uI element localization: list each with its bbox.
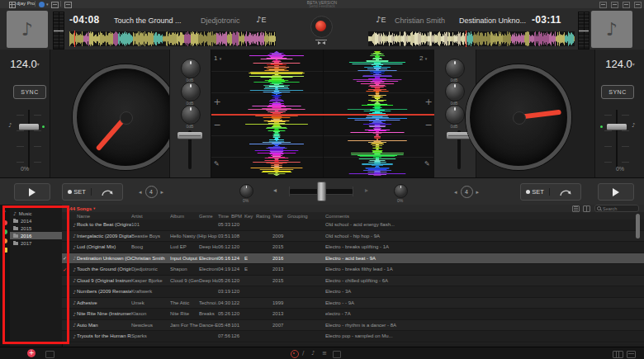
deck-b-pitch-slider[interactable] — [616, 110, 618, 168]
queue-list-icon[interactable]: ≡ — [322, 350, 327, 357]
loop-decrease-arrow[interactable]: ◂ — [139, 189, 142, 196]
table-row[interactable]: ♪Lud (Original Mix)BoogLud EPDeep Ho...0… — [62, 242, 644, 253]
table-row[interactable]: ♪Intergalactic (2009 Digital Remaster) (… — [62, 231, 644, 243]
deck-a-eq-low-knob[interactable] — [181, 105, 201, 125]
column-header-rating[interactable]: Rating — [256, 214, 272, 219]
table-row[interactable]: ♪Numbers (2009 Remastered) - 6AKraftwerk… — [62, 286, 644, 298]
status-icon[interactable] — [623, 2, 630, 8]
deck-a-pitch-slider[interactable] — [28, 110, 30, 168]
deck-b-sync-button[interactable]: SYNC — [601, 85, 634, 99]
column-header-time[interactable]: Time — [218, 214, 231, 219]
column-header-bpm[interactable]: BPM — [231, 214, 244, 219]
launchpad-icon[interactable] — [9, 2, 16, 8]
deck-a-overview-waveform[interactable] — [69, 31, 276, 46]
table-row[interactable]: ♪Nite Rite Nine (Instrumental) (Original… — [62, 309, 644, 320]
deck-a-jog-wheel[interactable] — [73, 64, 178, 170]
yellow-source-icon[interactable] — [2, 248, 7, 253]
column-header-year[interactable]: Year — [272, 214, 287, 219]
status-icon[interactable] — [634, 2, 642, 8]
column-header-name[interactable]: Name — [77, 214, 131, 219]
table-row[interactable]: ✓♪Touch the Ground (Original Mix)Djedjot… — [62, 264, 644, 276]
deck-b-eq-hi-knob[interactable] — [445, 59, 465, 78]
deck-b-zoom-in-button[interactable]: + — [424, 97, 433, 107]
table-row[interactable]: ✓♪Destination Unknown (Original Mix)Chri… — [62, 253, 644, 265]
edit-mode-icon[interactable] — [45, 351, 54, 358]
deck-a-sync-button[interactable]: SYNC — [13, 85, 46, 99]
deck-b-edit-pencil-icon[interactable]: ✎ — [424, 160, 430, 168]
deck-a-number-label[interactable]: 1 ▾ — [214, 54, 221, 62]
music-note-icon[interactable]: ♪ — [311, 350, 315, 357]
deck-a-eq-hi-knob[interactable] — [181, 59, 201, 78]
deck-b-play-button[interactable] — [598, 183, 634, 201]
column-header-comments[interactable]: Comments — [325, 214, 644, 219]
deck-b-eq-low-knob[interactable] — [445, 105, 465, 125]
app-status-icon[interactable] — [39, 2, 45, 7]
column-header-album[interactable]: Album — [170, 214, 199, 219]
column-header-key[interactable]: Key — [244, 214, 256, 219]
music-note-source-icon[interactable]: ♪ — [2, 210, 7, 215]
split-output-icon[interactable]: / — [302, 350, 304, 357]
deck-a-pitch-handle[interactable] — [19, 124, 39, 130]
red-source-icon[interactable] — [2, 220, 7, 225]
table-scrollbar[interactable] — [636, 214, 640, 239]
table-row[interactable]: ♪AdhesiveUmekThe AtticTechnoi...04:30122… — [62, 298, 644, 309]
search-input[interactable]: Search — [594, 205, 639, 212]
sidebar-item-2014[interactable]: 2014 — [10, 217, 62, 224]
sidebar-item-music[interactable]: ♪Music — [10, 210, 62, 217]
deck-b-bpm[interactable]: 124.0▾ — [595, 58, 644, 70]
deck-a-cue-jump-button[interactable] — [92, 187, 122, 196]
keyboard-shortcuts-icon[interactable] — [613, 351, 623, 358]
deck-b-cue-jump-button[interactable] — [550, 187, 580, 196]
sidebar-item-2017[interactable]: 2017 — [10, 239, 62, 247]
column-view-icon[interactable] — [583, 205, 590, 212]
deck-b-pitch-handle[interactable] — [607, 124, 627, 130]
menu-grid-icon[interactable] — [64, 2, 72, 8]
deck-a-fader-handle[interactable] — [178, 132, 202, 139]
crossfade-left-arrow[interactable]: ◂ — [273, 187, 277, 194]
spotify-source-icon[interactable] — [2, 229, 7, 234]
midi-devices-icon[interactable] — [627, 351, 636, 358]
deck-a-bpm[interactable]: 124.0▾ — [0, 58, 50, 70]
loop-increase-arrow[interactable]: ▸ — [161, 189, 164, 196]
deck-b-number-label[interactable]: 2 ▾ — [419, 54, 427, 62]
column-header-artist[interactable]: Artist — [131, 214, 170, 219]
list-view-icon[interactable] — [572, 205, 580, 212]
loop-decrease-arrow[interactable]: ◂ — [454, 189, 457, 196]
add-badge-icon[interactable]: + — [27, 349, 36, 357]
record-button[interactable] — [310, 16, 333, 38]
deck-b-jog-wheel[interactable] — [466, 64, 571, 170]
loop-increase-arrow[interactable]: ▸ — [476, 189, 480, 196]
deck-a-zoom-in-button[interactable]: + — [212, 97, 222, 107]
automix-icon[interactable] — [315, 40, 327, 47]
songs-count[interactable]: 144 Songs — [67, 206, 92, 211]
sidebar-item-2016[interactable]: 2016 — [10, 232, 62, 239]
record-status-icon[interactable] — [291, 350, 299, 358]
deck-a-eq-mid-knob[interactable] — [181, 82, 201, 102]
deck-a-edit-pencil-icon[interactable]: ✎ — [214, 160, 220, 168]
column-header-genre[interactable]: Genre — [199, 214, 218, 219]
table-row[interactable]: ♪Auto ManNewcleusJam For The 90'sDance-E… — [62, 320, 644, 332]
deck-b-loop-button[interactable]: 4 — [461, 186, 473, 198]
status-icon[interactable] — [611, 2, 618, 8]
crossfader-handle[interactable] — [317, 182, 326, 201]
table-row[interactable]: ♪Driftin (Original Mix)The HackerLove/Kr… — [62, 342, 644, 344]
chevron-down-icon[interactable]: ▾ — [46, 2, 49, 7]
column-header-grouping[interactable]: Grouping — [287, 214, 325, 219]
deck-b-cue-set-button[interactable]: SET — [521, 188, 550, 196]
crossfade-right-arrow[interactable]: ▸ — [365, 187, 368, 194]
grid-panel-icon[interactable] — [333, 351, 341, 358]
app-menu[interactable]: djay Pro — [17, 1, 35, 6]
deck-a-loop-button[interactable]: 4 — [145, 186, 158, 198]
deck-a-play-button[interactable] — [14, 183, 50, 201]
deck-a-cue-set-button[interactable]: SET — [63, 188, 92, 196]
table-row[interactable]: ♪Rock to the Beat (Original Mix) - 3A101… — [62, 220, 644, 231]
deck-b-overview-waveform[interactable] — [368, 31, 575, 46]
deck-b-zoom-out-button[interactable]: − — [424, 120, 433, 130]
orange-source-icon[interactable] — [2, 239, 7, 243]
table-row[interactable]: ♪Tryouts for the Human Race (Extended Ve… — [62, 331, 644, 342]
deck-b-filter-knob[interactable] — [394, 184, 408, 198]
deck-a-filter-knob[interactable] — [239, 184, 253, 198]
deck-b-eq-mid-knob[interactable] — [445, 82, 465, 102]
sidebar-item-2015[interactable]: 2015 — [10, 224, 62, 232]
menu-list-icon[interactable] — [51, 2, 59, 8]
